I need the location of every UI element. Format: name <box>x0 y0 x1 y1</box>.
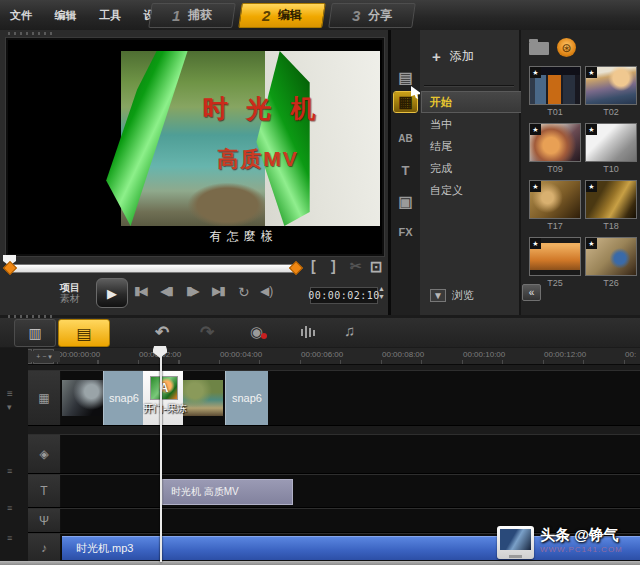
divider <box>424 85 514 87</box>
undo-icon[interactable]: ↶ <box>155 322 169 343</box>
play-button[interactable]: ▶ <box>96 278 128 308</box>
ruler-scale[interactable]: 00:00:00:00 00:00:02:00 00:00:04:00 00:0… <box>57 348 640 364</box>
template-thumb-t02[interactable]: ★ T02 <box>585 66 637 117</box>
group-item-start[interactable]: 开始 <box>422 92 523 112</box>
ruler-label: 00:00:12:00 <box>544 350 586 359</box>
storyboard-view-button[interactable]: ▥ <box>14 319 56 347</box>
collapse-panel-button[interactable]: « <box>522 284 541 301</box>
go-start-button[interactable]: ▮◀ <box>134 284 146 298</box>
track-grip-icon[interactable]: ≡ <box>7 503 12 513</box>
ruler-label: 00:00:04:00 <box>220 350 262 359</box>
graphic-icon[interactable]: ▣ <box>394 192 417 212</box>
filter-icon[interactable]: FX <box>394 222 417 242</box>
template-thumb-t10[interactable]: ★ T10 <box>585 123 637 174</box>
group-item-ending[interactable]: 结尾 <box>422 136 523 156</box>
timeline-playhead-line[interactable] <box>160 350 162 562</box>
timeline-ruler[interactable]: ▤ ≣ 00:00:00:00 00:00:02:00 00:00:04:00 … <box>0 348 640 365</box>
go-end-button[interactable]: ▶▮ <box>212 284 224 298</box>
title-icon[interactable]: T <box>394 160 417 180</box>
sound-mixer-icon[interactable] <box>300 325 316 339</box>
tab-share-label: 分享 <box>368 7 392 24</box>
spinner-down-icon[interactable]: ▼ <box>378 293 385 301</box>
redo-icon[interactable]: ↷ <box>200 322 214 343</box>
film-reel-icon[interactable]: ⊛ <box>557 38 576 57</box>
tab-share-number: 3 <box>352 7 360 24</box>
mark-out-icon[interactable]: ] <box>331 258 336 274</box>
title-track: T 时光机 高质MV <box>28 474 640 508</box>
tab-edit[interactable]: 2 编辑 <box>238 3 326 28</box>
mark-in-icon[interactable]: [ <box>311 258 316 274</box>
prev-frame-button[interactable]: ◀▮ <box>160 284 172 298</box>
video-track-icon: ▦ <box>38 391 49 405</box>
template-thumb-t09[interactable]: ★ T09 <box>529 123 581 174</box>
tab-edit-number: 2 <box>262 7 270 24</box>
next-frame-button[interactable]: ▮▶ <box>186 284 198 298</box>
record-capture-icon[interactable]: ◉ <box>250 323 263 340</box>
video-clip-thumbnail[interactable] <box>62 380 103 416</box>
folder-icon[interactable] <box>529 42 549 55</box>
template-thumb-t25[interactable]: ★ T25 <box>529 237 581 288</box>
tab-capture[interactable]: 1 捕获 <box>148 3 236 28</box>
video-clip-snap6-1[interactable]: snap6 <box>103 371 144 425</box>
ruler-label: 00:00:10:00 <box>463 350 505 359</box>
menu-file[interactable]: 文件 <box>10 8 32 23</box>
title-track-content: 时光机 高质MV <box>60 475 640 507</box>
preview-panel: 时 光 机 高质MV 有怎麼樣 [ ] ✂ ⊡ 项目 素材 ▶ ▮◀ ◀▮ ▮▶… <box>0 30 391 315</box>
menu-edit[interactable]: 编辑 <box>54 8 76 23</box>
spinner-up-icon[interactable]: ▲ <box>378 285 385 293</box>
overlay-track-header[interactable]: ◈ <box>28 435 61 473</box>
track-grip-icon[interactable]: ≡ <box>7 388 13 399</box>
template-gallery: ⊛ ★ T01 ★ T02 ★ T09 ★ T10 ★ T17 ★ <box>521 30 640 315</box>
mode-clip-label[interactable]: 素材 <box>60 293 80 304</box>
track-options-strip: ≡ ▾ ≡ ≡ ≡ ≡ <box>0 348 28 562</box>
transition-clip[interactable]: A <box>143 371 183 425</box>
scrubber-track[interactable] <box>8 264 298 273</box>
transition-icon[interactable]: AB <box>394 128 417 148</box>
star-icon: ★ <box>586 181 597 192</box>
mode-project-label[interactable]: 项目 <box>60 282 80 293</box>
template-thumb-t26[interactable]: ★ T26 <box>585 237 637 288</box>
menu-tools[interactable]: 工具 <box>99 8 121 23</box>
music-track-header[interactable]: ♪ <box>28 534 61 562</box>
video-track: ▦ snap6 A 开门-果冻 snap6 <box>28 370 640 426</box>
enlarge-icon[interactable]: ⊡ <box>370 258 383 276</box>
thumb-label: T18 <box>585 221 637 231</box>
timecode-display[interactable]: 00:00:02:10 <box>310 287 378 304</box>
video-clip-snap6-2[interactable]: snap6 <box>225 371 268 425</box>
template-thumb-t17[interactable]: ★ T17 <box>529 180 581 231</box>
auto-music-icon[interactable]: ♫ <box>344 322 355 339</box>
repeat-button[interactable]: ↻ <box>238 284 250 300</box>
volume-button[interactable]: ◀) <box>260 284 273 298</box>
step-tabs: 1 捕获 2 编辑 3 分享 <box>150 3 414 27</box>
overlay-subtitle: 有怎麼樣 <box>210 228 278 245</box>
group-item-middle[interactable]: 当中 <box>422 114 523 134</box>
group-item-complete[interactable]: 完成 <box>422 158 523 178</box>
title-track-header[interactable]: T <box>28 475 61 507</box>
voice-track-header[interactable]: Ψ <box>28 509 61 532</box>
template-thumb-t01[interactable]: ★ T01 <box>529 66 581 117</box>
track-grip-arrow-icon[interactable]: ▾ <box>7 402 12 412</box>
tab-share[interactable]: 3 分享 <box>328 3 416 28</box>
timeline-view-icon: ▤ <box>76 324 91 343</box>
media-icon[interactable]: ▤ <box>394 68 417 88</box>
video-track-header[interactable]: ▦ <box>28 371 61 425</box>
title-clip[interactable]: 时光机 高质MV <box>162 479 293 505</box>
video-editor-window: 文件 编辑 工具 设置 1 捕获 2 编辑 3 分享 <box>0 0 640 565</box>
timecode-spinner[interactable]: ▲ ▼ <box>378 285 385 301</box>
template-thumb-t18[interactable]: ★ T18 <box>585 180 637 231</box>
track-add-remove-tools[interactable]: +−▾ <box>30 351 60 362</box>
track-grip-icon[interactable]: ≡ <box>7 533 12 543</box>
cut-icon[interactable]: ✂ <box>350 258 362 274</box>
thumb-label: T17 <box>529 221 581 231</box>
track-grip-icon[interactable]: ≡ <box>7 466 12 476</box>
timeline-view-button[interactable]: ▤ <box>58 319 110 347</box>
library-panel: ▤ ▦ AB T ▣ FX + 添加 开始 当中 结尾 完成 自定义 ▼ 浏览 <box>391 30 640 315</box>
star-icon: ★ <box>586 238 597 249</box>
browse-button[interactable]: ▼ 浏览 <box>430 288 474 303</box>
add-template-button[interactable]: + 添加 <box>432 48 474 65</box>
thumb-label: T01 <box>529 107 581 117</box>
ruler-label: 00: <box>625 350 636 359</box>
group-item-custom[interactable]: 自定义 <box>422 180 523 200</box>
play-icon: ▶ <box>107 286 117 301</box>
thumb-label: T02 <box>585 107 637 117</box>
